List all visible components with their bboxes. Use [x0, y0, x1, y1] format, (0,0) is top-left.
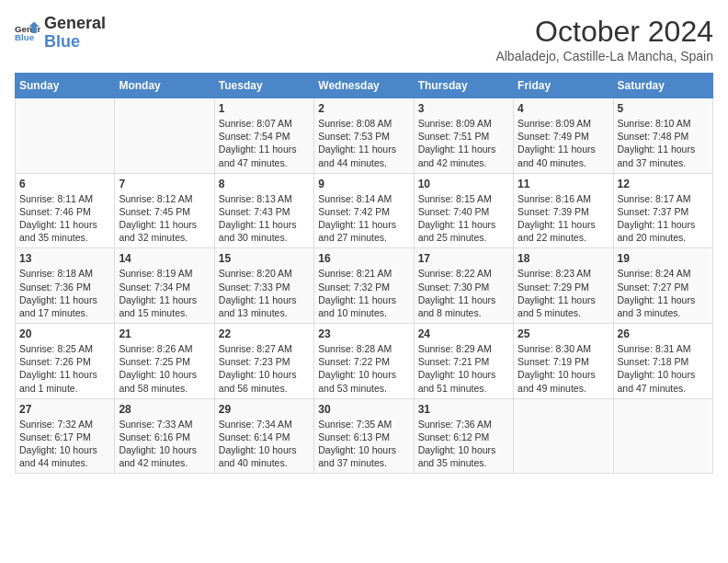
calendar-cell: 12Sunrise: 8:17 AM Sunset: 7:37 PM Dayli… [613, 173, 712, 248]
page-header: General Blue General Blue October 2024 A… [15, 15, 713, 63]
calendar-cell: 3Sunrise: 8:09 AM Sunset: 7:51 PM Daylig… [414, 98, 513, 174]
logo-blue-text: Blue [44, 33, 106, 52]
day-content: Sunrise: 8:22 AM Sunset: 7:30 PM Dayligh… [418, 267, 509, 319]
calendar-cell: 9Sunrise: 8:14 AM Sunset: 7:42 PM Daylig… [314, 173, 414, 248]
day-content: Sunrise: 8:23 AM Sunset: 7:29 PM Dayligh… [518, 267, 609, 319]
day-number: 14 [119, 252, 210, 265]
day-number: 7 [119, 178, 210, 190]
calendar-cell: 25Sunrise: 8:30 AM Sunset: 7:19 PM Dayli… [514, 324, 613, 399]
day-number: 6 [19, 178, 110, 190]
calendar-cell: 16Sunrise: 8:21 AM Sunset: 7:32 PM Dayli… [314, 248, 414, 324]
day-number: 27 [19, 403, 110, 416]
day-content: Sunrise: 7:34 AM Sunset: 6:14 PM Dayligh… [219, 418, 310, 470]
calendar-cell: 29Sunrise: 7:34 AM Sunset: 6:14 PM Dayli… [214, 398, 313, 474]
day-content: Sunrise: 8:09 AM Sunset: 7:51 PM Dayligh… [418, 117, 509, 169]
day-content: Sunrise: 8:13 AM Sunset: 7:43 PM Dayligh… [219, 192, 310, 245]
day-number: 28 [119, 403, 210, 416]
day-number: 10 [418, 178, 509, 190]
calendar-cell: 18Sunrise: 8:23 AM Sunset: 7:29 PM Dayli… [514, 248, 613, 324]
day-number: 12 [618, 178, 709, 190]
calendar-cell: 1Sunrise: 8:07 AM Sunset: 7:54 PM Daylig… [214, 98, 313, 174]
calendar-cell: 22Sunrise: 8:27 AM Sunset: 7:23 PM Dayli… [214, 324, 313, 399]
day-content: Sunrise: 8:30 AM Sunset: 7:19 PM Dayligh… [518, 342, 609, 395]
day-number: 8 [219, 178, 310, 190]
day-content: Sunrise: 8:28 AM Sunset: 7:22 PM Dayligh… [318, 342, 409, 395]
calendar-cell [613, 398, 712, 474]
calendar-week-row: 27Sunrise: 7:32 AM Sunset: 6:17 PM Dayli… [16, 398, 713, 474]
calendar-cell: 23Sunrise: 8:28 AM Sunset: 7:22 PM Dayli… [314, 324, 414, 399]
logo: General Blue General Blue [15, 15, 106, 52]
day-content: Sunrise: 8:08 AM Sunset: 7:53 PM Dayligh… [318, 117, 409, 169]
calendar-cell: 31Sunrise: 7:36 AM Sunset: 6:12 PM Dayli… [414, 398, 513, 474]
day-content: Sunrise: 8:19 AM Sunset: 7:34 PM Dayligh… [119, 267, 210, 319]
day-number: 15 [219, 252, 310, 265]
day-number: 5 [618, 102, 709, 115]
calendar-cell: 4Sunrise: 8:09 AM Sunset: 7:49 PM Daylig… [514, 98, 613, 174]
day-number: 18 [518, 252, 609, 265]
calendar-cell: 5Sunrise: 8:10 AM Sunset: 7:48 PM Daylig… [613, 98, 712, 174]
weekday-header-row: SundayMondayTuesdayWednesdayThursdayFrid… [16, 74, 713, 98]
weekday-header-friday: Friday [514, 74, 613, 98]
day-content: Sunrise: 8:14 AM Sunset: 7:42 PM Dayligh… [318, 192, 409, 245]
day-content: Sunrise: 8:12 AM Sunset: 7:45 PM Dayligh… [119, 192, 210, 245]
weekday-header-monday: Monday [115, 74, 214, 98]
calendar-cell: 15Sunrise: 8:20 AM Sunset: 7:33 PM Dayli… [214, 248, 313, 324]
logo-general-text: General [44, 15, 106, 33]
day-content: Sunrise: 8:16 AM Sunset: 7:39 PM Dayligh… [518, 192, 609, 245]
day-content: Sunrise: 8:20 AM Sunset: 7:33 PM Dayligh… [219, 267, 310, 319]
calendar-cell: 6Sunrise: 8:11 AM Sunset: 7:46 PM Daylig… [16, 173, 115, 248]
title-block: October 2024 Albaladejo, Castille-La Man… [495, 15, 713, 63]
day-content: Sunrise: 7:36 AM Sunset: 6:12 PM Dayligh… [418, 418, 509, 470]
day-number: 24 [418, 327, 509, 340]
day-number: 1 [219, 102, 310, 115]
day-number: 22 [219, 327, 310, 340]
calendar-cell: 11Sunrise: 8:16 AM Sunset: 7:39 PM Dayli… [514, 173, 613, 248]
calendar-cell: 20Sunrise: 8:25 AM Sunset: 7:26 PM Dayli… [16, 324, 115, 399]
calendar-cell [16, 98, 115, 174]
day-content: Sunrise: 8:25 AM Sunset: 7:26 PM Dayligh… [19, 342, 110, 395]
calendar-cell: 2Sunrise: 8:08 AM Sunset: 7:53 PM Daylig… [314, 98, 414, 174]
day-content: Sunrise: 8:26 AM Sunset: 7:25 PM Dayligh… [119, 342, 210, 395]
calendar-cell: 14Sunrise: 8:19 AM Sunset: 7:34 PM Dayli… [115, 248, 214, 324]
weekday-header-sunday: Sunday [16, 74, 115, 98]
day-content: Sunrise: 8:27 AM Sunset: 7:23 PM Dayligh… [219, 342, 310, 395]
day-number: 4 [518, 102, 609, 115]
day-content: Sunrise: 8:17 AM Sunset: 7:37 PM Dayligh… [618, 192, 709, 245]
day-number: 17 [418, 252, 509, 265]
calendar-cell: 24Sunrise: 8:29 AM Sunset: 7:21 PM Dayli… [414, 324, 513, 399]
calendar-cell: 26Sunrise: 8:31 AM Sunset: 7:18 PM Dayli… [613, 324, 712, 399]
day-content: Sunrise: 7:33 AM Sunset: 6:16 PM Dayligh… [119, 418, 210, 470]
calendar-week-row: 1Sunrise: 8:07 AM Sunset: 7:54 PM Daylig… [16, 98, 713, 174]
day-content: Sunrise: 8:31 AM Sunset: 7:18 PM Dayligh… [618, 342, 709, 395]
day-number: 25 [518, 327, 609, 340]
calendar-cell: 17Sunrise: 8:22 AM Sunset: 7:30 PM Dayli… [414, 248, 513, 324]
day-content: Sunrise: 8:07 AM Sunset: 7:54 PM Dayligh… [219, 117, 310, 169]
day-number: 2 [318, 102, 409, 115]
day-content: Sunrise: 8:09 AM Sunset: 7:49 PM Dayligh… [518, 117, 609, 169]
day-number: 3 [418, 102, 509, 115]
calendar-cell: 27Sunrise: 7:32 AM Sunset: 6:17 PM Dayli… [16, 398, 115, 474]
calendar-cell: 30Sunrise: 7:35 AM Sunset: 6:13 PM Dayli… [314, 398, 414, 474]
day-number: 26 [618, 327, 709, 340]
calendar-table: SundayMondayTuesdayWednesdayThursdayFrid… [15, 73, 713, 474]
weekday-header-wednesday: Wednesday [314, 74, 414, 98]
calendar-cell: 28Sunrise: 7:33 AM Sunset: 6:16 PM Dayli… [115, 398, 214, 474]
day-content: Sunrise: 8:21 AM Sunset: 7:32 PM Dayligh… [318, 267, 409, 319]
calendar-week-row: 20Sunrise: 8:25 AM Sunset: 7:26 PM Dayli… [16, 324, 713, 399]
calendar-cell: 21Sunrise: 8:26 AM Sunset: 7:25 PM Dayli… [115, 324, 214, 399]
day-number: 11 [518, 178, 609, 190]
day-number: 19 [618, 252, 709, 265]
calendar-cell: 7Sunrise: 8:12 AM Sunset: 7:45 PM Daylig… [115, 173, 214, 248]
calendar-cell: 8Sunrise: 8:13 AM Sunset: 7:43 PM Daylig… [214, 173, 313, 248]
calendar-cell [115, 98, 214, 174]
logo-icon: General Blue [15, 20, 40, 46]
day-number: 23 [318, 327, 409, 340]
day-number: 29 [219, 403, 310, 416]
svg-text:Blue: Blue [15, 32, 35, 42]
day-number: 30 [318, 403, 409, 416]
day-number: 9 [318, 178, 409, 190]
calendar-week-row: 13Sunrise: 8:18 AM Sunset: 7:36 PM Dayli… [16, 248, 713, 324]
day-number: 13 [19, 252, 110, 265]
weekday-header-thursday: Thursday [414, 74, 513, 98]
calendar-cell: 13Sunrise: 8:18 AM Sunset: 7:36 PM Dayli… [16, 248, 115, 324]
